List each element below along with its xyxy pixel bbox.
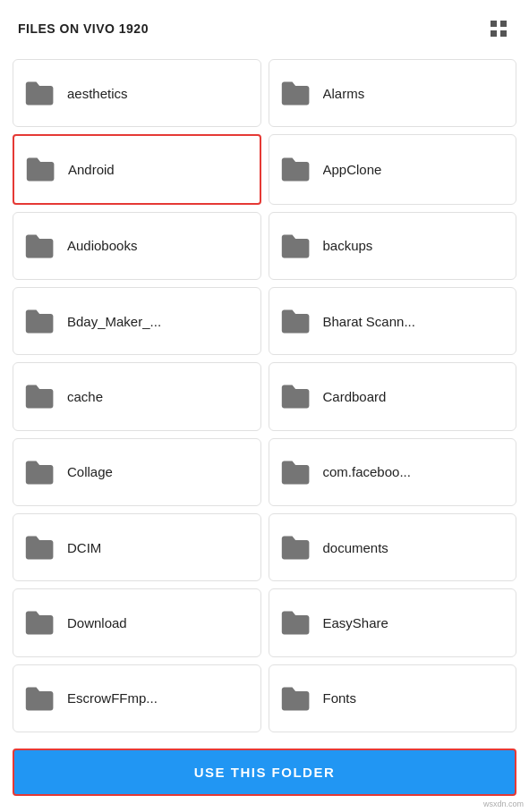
folder-item[interactable]: aesthetics [13,59,261,127]
folder-icon [24,682,56,715]
folder-name: aesthetics [67,86,128,101]
folder-icon [24,230,56,262]
folder-item[interactable]: Bday_Maker_... [13,287,261,355]
folder-item[interactable]: Alarms [269,59,517,127]
folder-item[interactable]: Cardboard [269,362,517,430]
folder-icon [24,456,56,488]
folder-name: EasyShare [323,615,388,630]
folder-name: Alarms [323,86,365,101]
svg-rect-3 [500,30,507,37]
folder-item[interactable]: com.faceboo... [269,438,517,506]
folder-item[interactable]: EasyShare [269,588,517,656]
folder-item[interactable]: Audiobooks [13,212,261,280]
folder-name: Fonts [323,690,357,706]
folder-name: Cardboard [323,389,387,404]
folder-name: Audiobooks [67,238,137,253]
svg-rect-0 [491,21,497,27]
grid-view-icon[interactable] [486,16,511,41]
folder-icon [280,77,312,109]
folder-icon [280,456,312,488]
folder-item[interactable]: cache [13,362,261,430]
folder-item[interactable]: DCIM [13,513,261,581]
folder-name: Collage [67,464,113,479]
folder-icon [25,153,57,185]
folder-name: com.faceboo... [323,464,411,479]
folder-item[interactable]: EscrowFFmp... [13,664,261,732]
folder-icon [24,305,56,337]
folder-name: Android [68,162,115,177]
watermark: wsxdn.com [483,799,524,808]
folder-icon [24,606,56,639]
folder-icon [280,153,312,185]
folder-item[interactable]: Download [13,588,261,656]
folder-item[interactable]: documents [269,513,517,581]
folder-item[interactable]: Fonts [269,664,517,732]
folder-name: Download [67,615,127,630]
folder-grid: aesthetics Alarms Android AppClone Audio… [0,52,529,740]
use-folder-button[interactable]: USE THIS FOLDER [13,749,516,796]
folder-item[interactable]: backups [269,212,517,280]
folder-icon [280,380,312,412]
folder-icon [280,305,312,337]
folder-name: cache [67,389,103,404]
folder-item[interactable]: AppClone [269,134,517,204]
folder-icon [280,606,312,639]
folder-icon [24,380,56,412]
folder-item[interactable]: Collage [13,438,261,506]
folder-icon [24,531,56,563]
folder-name: documents [323,540,388,555]
svg-rect-2 [491,30,497,37]
header: FILES ON VIVO 1920 [0,0,529,52]
svg-rect-1 [500,21,507,27]
folder-name: EscrowFFmp... [67,690,158,706]
folder-name: AppClone [323,162,382,177]
folder-name: backups [323,238,373,253]
folder-name: DCIM [67,540,101,555]
page-title: FILES ON VIVO 1920 [18,21,149,36]
folder-icon [280,682,312,715]
folder-name: Bday_Maker_... [67,314,161,329]
folder-item[interactable]: Bharat Scann... [269,287,517,355]
folder-icon [24,77,56,109]
folder-icon [280,531,312,563]
folder-icon [280,230,312,262]
bottom-bar: USE THIS FOLDER [0,740,529,812]
folder-item[interactable]: Android [13,134,261,204]
folder-name: Bharat Scann... [323,314,415,329]
